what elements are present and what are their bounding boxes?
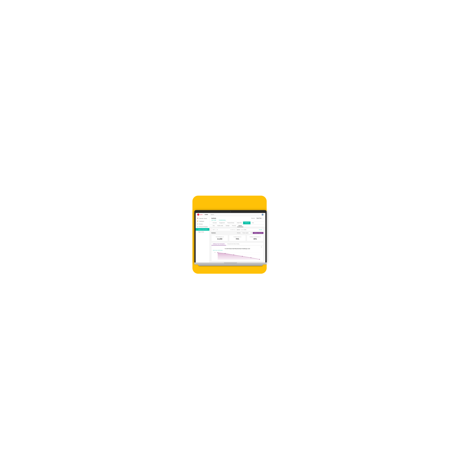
user-guide-link[interactable]: User Guide [211,220,216,221]
sidebar: 📅 Calendar / Events 🏆 Challenges 📋 Surve… [196,216,210,263]
metric-info-0[interactable]: i [223,236,224,238]
sponsor-label: Sponsor: [251,218,255,219]
app-layout: vp pulse ADMIN 👤 [196,213,265,263]
sidebar-item-label-gaps: Gaps in Care [198,231,204,232]
metric-label-1: Enrollment Rate [234,236,240,237]
filter-clear[interactable]: Clear all [259,229,262,230]
tab-cost[interactable]: Cost [251,221,255,224]
metric-header-1: Enrollment Rate i [231,236,244,238]
chart-area: 100 [213,252,262,260]
sidebar-item-gaps-in-care[interactable]: Gaps in Care [196,231,209,233]
screen-bezel: vp pulse ADMIN 👤 [194,210,267,263]
filter-icon-4[interactable]: ⊡ [217,229,218,230]
logo-text: pulse [200,214,203,215]
svg-point-7 [225,253,226,254]
brand-logo: vp pulse [197,213,203,216]
tab-engagement[interactable]: Engagement [218,221,226,224]
chart-tab-header: Challenge Team Participation Personal Go… [211,243,263,246]
filter-icon-1[interactable]: ⊞ [213,229,214,230]
svg-point-10 [251,257,251,258]
chart-tab-personal[interactable]: Personal Goal Activity Tracking [226,243,241,246]
sub-tab-bar: Step Healthy Habit Spotlight Personal Ho… [210,225,265,227]
svg-point-6 [217,252,218,253]
chart-info-row: i [213,246,262,247]
tab-bar: Overview Engagement Physical Activity He… [210,221,265,224]
view-by-select[interactable]: Choose option [241,232,252,234]
sub-tab-healthy-habit[interactable]: Healthy Habit [216,225,224,227]
sponsor-select-wrapper[interactable]: Virgin Pulse [256,217,263,219]
sidebar-item-calendar[interactable]: 📅 Calendar / Events [196,217,209,220]
challenges-icon: 🏆 [197,221,198,222]
filter-sponsor-key: Sponsor [237,229,240,230]
tab-physical-activity[interactable]: Physical Activity [226,221,235,224]
chart-body: i % of All Teams that Reached Each Chall… [211,246,263,261]
sidebar-item-label-calendar: Calendar / Events [199,218,207,219]
sidebar-item-challenges[interactable]: 🏆 Challenges [196,220,209,222]
chart-svg: 100 [213,252,262,260]
filter-tag-sponsor: Sponsor [237,229,240,230]
tab-health-risk[interactable]: Health Risk [235,221,243,224]
sub-tab-spotlight[interactable]: Spotlight [224,225,231,227]
sponsor-select[interactable]: Virgin Pulse [256,217,263,219]
challenge-comparison-button[interactable]: Challenge Comparison [253,232,263,234]
header-links: User Guide | Troubleshooting [211,220,263,221]
chart-info-icon[interactable]: i [261,246,262,247]
screen: vp pulse ADMIN 👤 [196,213,265,263]
sub-tab-step[interactable]: Step [211,225,216,227]
metric-value-2: 45% [248,238,262,240]
logo-icon: vp [197,213,199,216]
sidebar-item-label-surveys: Surveys [199,223,203,225]
app-body: 📅 Calendar / Events 🏆 Challenges 📋 Surve… [196,216,265,263]
troubleshooting-link[interactable]: Troubleshooting [219,220,226,221]
admin-label: ADMIN [205,214,208,215]
tab-challenges[interactable]: Challenges [243,221,251,224]
metric-value-0: 11,650 [213,238,226,240]
avatar[interactable]: 👤 [261,213,264,216]
sub-tab-personal[interactable]: Personal [231,225,237,227]
search-input[interactable] [210,213,260,216]
sidebar-item-label-analytics: Enhanced Analytics [199,226,208,227]
metric-label-0: Total Participants [216,236,222,237]
analytics-icon: 📊 [197,226,198,227]
laptop-bottom [198,264,263,266]
laptop-device: vp pulse ADMIN 👤 [194,210,267,266]
page-title-row: Holistic Sponsor: Virgin Pulse [211,217,263,219]
sponsor-row: Sponsor: Virgin Pulse [251,217,263,219]
top-nav: vp pulse ADMIN 👤 [196,213,265,216]
filter-separator-1: | [236,229,236,230]
page-title: Holistic [211,218,216,219]
filter-icons: ⊞ ↺ ↓ ⊡ [213,229,218,230]
metric-value-1: 76% [231,238,244,240]
metric-info-1[interactable]: i [240,236,241,238]
chart-tab-team[interactable]: Challenge Team Participation [211,243,226,246]
svg-marker-5 [218,253,260,260]
metric-info-2[interactable]: i [260,236,261,238]
sidebar-item-enhanced-analytics[interactable]: 📊 Enhanced Analytics [196,225,209,228]
filter-tags: FILTERS (2) | Sponsor Gender [F, M] [230,229,246,230]
tab-overview[interactable]: Overview [211,221,218,224]
camera [230,212,231,212]
avatar-icon: 👤 [262,214,263,215]
filter-bar: ⊞ ↺ ↓ ⊡ FILTERS (2) | [211,228,263,231]
section-header-row: Holistic View by: Choose option Challeng… [211,232,263,234]
link-separator: | [217,220,218,221]
sidebar-item-sponsor-performance[interactable]: Sponsor Performance [196,228,209,231]
filter-gender-value: [F, M] [244,229,246,230]
filter-icon-3[interactable]: ↓ [216,229,216,230]
calendar-icon: 📅 [197,218,198,219]
filter-gender-key: Gender [241,229,244,230]
laptop-notch [224,263,237,263]
sidebar-item-surveys[interactable]: 📋 Surveys [196,222,209,225]
laptop-base [194,263,267,264]
sub-tab-holistic[interactable]: Holistic [237,225,243,227]
filter-icon-2[interactable]: ↺ [214,229,215,230]
view-controls: View by: Choose option Challenge Compari… [237,232,263,234]
metric-header-2: Challenge Goal Reached i [248,236,262,238]
metric-card-2: Challenge Goal Reached i 45% [247,235,263,241]
metric-header-0: Total Participants i [213,236,226,238]
metric-label-2: Challenge Goal Reached [250,236,259,237]
page-wrapper: vp pulse ADMIN 👤 [188,193,273,283]
svg-point-11 [259,259,260,260]
filter-tag-gender: Gender [F, M] [241,229,246,230]
metric-card-0: Total Participants i 11,650 [211,235,228,241]
